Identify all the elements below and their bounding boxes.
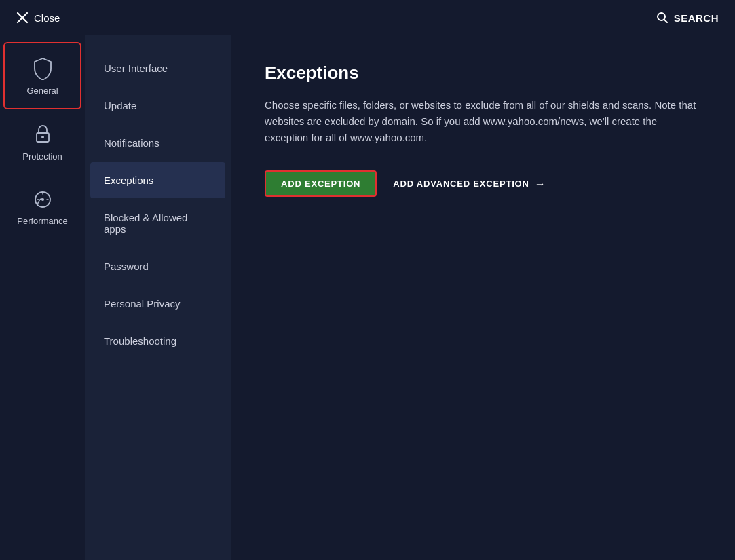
- sidebar-item-general[interactable]: General: [3, 42, 81, 109]
- close-button[interactable]: Close: [16, 12, 60, 24]
- shield-icon: [31, 56, 55, 80]
- sidebar-item-performance-label: Performance: [17, 216, 67, 226]
- submenu-item-user-interface[interactable]: User Interface: [90, 50, 225, 86]
- submenu-item-troubleshooting[interactable]: Troubleshooting: [90, 323, 225, 359]
- content-title: Exceptions: [265, 62, 701, 83]
- add-advanced-exception-label: ADD ADVANCED EXCEPTION: [393, 179, 529, 189]
- submenu-item-update[interactable]: Update: [90, 88, 225, 124]
- sidebar-item-protection[interactable]: Protection: [3, 109, 81, 174]
- close-icon: [16, 12, 29, 24]
- arrow-right-icon: →: [535, 178, 546, 190]
- search-label: SEARCH: [674, 12, 719, 24]
- submenu-item-exceptions[interactable]: Exceptions: [90, 162, 225, 198]
- svg-point-5: [41, 136, 44, 138]
- close-label: Close: [34, 12, 60, 24]
- lock-icon: [31, 122, 55, 146]
- sidebar-item-general-label: General: [26, 86, 58, 96]
- submenu: User Interface Update Notifications Exce…: [85, 35, 231, 560]
- svg-line-3: [664, 20, 667, 23]
- sidebar-item-performance[interactable]: Performance: [3, 174, 81, 238]
- sidebar-item-protection-label: Protection: [22, 151, 62, 162]
- submenu-item-personal-privacy[interactable]: Personal Privacy: [90, 286, 225, 322]
- submenu-item-blocked-allowed-apps[interactable]: Blocked & Allowed apps: [90, 200, 225, 247]
- add-advanced-exception-button[interactable]: ADD ADVANCED EXCEPTION →: [393, 178, 546, 190]
- add-exception-button[interactable]: ADD EXCEPTION: [265, 170, 377, 197]
- submenu-item-notifications[interactable]: Notifications: [90, 125, 225, 161]
- content-area: Exceptions Choose specific files, folder…: [231, 35, 735, 560]
- content-description: Choose specific files, folders, or websi…: [265, 97, 701, 146]
- search-button[interactable]: SEARCH: [656, 12, 719, 24]
- main-layout: General Protection Performance User Inte…: [0, 35, 735, 560]
- top-bar: Close SEARCH: [0, 0, 735, 35]
- submenu-item-password[interactable]: Password: [90, 248, 225, 284]
- search-icon: [656, 12, 668, 24]
- speedometer-icon: [31, 186, 55, 210]
- actions-row: ADD EXCEPTION ADD ADVANCED EXCEPTION →: [265, 170, 701, 197]
- svg-point-7: [41, 198, 44, 201]
- sidebar-icons: General Protection Performance: [0, 35, 85, 560]
